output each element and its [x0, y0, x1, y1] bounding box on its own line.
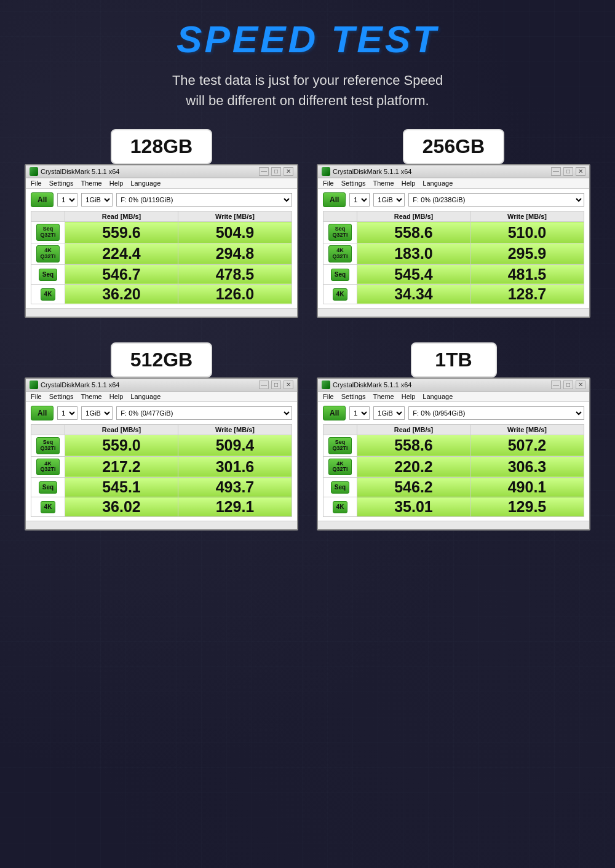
minimize-button[interactable]: —	[259, 381, 269, 389]
close-button[interactable]: ✕	[576, 167, 585, 176]
menu-item[interactable]: File	[31, 393, 42, 400]
benchmark-item-512gb: 512GB CrystalDiskMark 5.1.1 x64 — □ ✕ Fi…	[25, 342, 298, 531]
cdm-body: All 1 1GiB F: 0% (0/238GiB)	[318, 189, 589, 308]
menu-item[interactable]: Settings	[341, 180, 366, 187]
menu-item[interactable]: Theme	[373, 180, 394, 187]
menu-item[interactable]: Theme	[81, 393, 101, 400]
table-row: 4KQ32TI 224.4 294.8	[31, 243, 292, 264]
drive-select[interactable]: F: 0% (0/119GiB)	[116, 193, 292, 207]
results-table: Read [MB/s] Write [MB/s] SeqQ32TI 558.6 …	[323, 424, 584, 518]
menu-item[interactable]: Settings	[341, 393, 366, 400]
subtitle: The test data is just for your reference…	[25, 70, 590, 111]
count-select[interactable]: 1	[349, 406, 370, 420]
all-button[interactable]: All	[31, 406, 54, 420]
table-row: Seq 545.1 493.7	[31, 478, 292, 497]
drive-select[interactable]: F: 0% (0/477GiB)	[116, 406, 292, 420]
count-select[interactable]: 1	[349, 193, 370, 207]
app-icon	[322, 381, 330, 389]
menu-item[interactable]: Help	[109, 393, 124, 400]
empty-header	[323, 424, 357, 435]
status-bar	[26, 521, 297, 529]
count-select[interactable]: 1	[57, 193, 77, 207]
table-header-row: Read [MB/s] Write [MB/s]	[323, 424, 584, 435]
menu-item[interactable]: File	[323, 393, 334, 400]
close-button[interactable]: ✕	[284, 381, 293, 389]
results-table: Read [MB/s] Write [MB/s] SeqQ32TI 559.6 …	[31, 211, 292, 304]
capacity-label: 256GB	[403, 129, 504, 164]
status-bar	[318, 308, 589, 317]
empty-header	[323, 211, 357, 222]
table-row: Seq 546.2 490.1	[323, 478, 584, 497]
app-title: CrystalDiskMark 5.1.1 x64	[41, 381, 119, 389]
titlebar: CrystalDiskMark 5.1.1 x64 — □ ✕	[26, 379, 297, 392]
window-controls[interactable]: — □ ✕	[259, 381, 293, 389]
maximize-button[interactable]: □	[271, 167, 281, 176]
window-controls[interactable]: — □ ✕	[551, 167, 585, 176]
write-header: Write [MB/s]	[470, 211, 584, 222]
write-header: Write [MB/s]	[178, 211, 292, 222]
maximize-button[interactable]: □	[563, 381, 573, 389]
all-button[interactable]: All	[323, 406, 346, 420]
menu-item[interactable]: Language	[130, 180, 161, 187]
table-row: Seq 546.7 478.5	[31, 264, 292, 284]
read-header: Read [MB/s]	[65, 211, 178, 222]
toolbar: All 1 1GiB F: 0% (0/477GiB)	[31, 406, 292, 420]
page-title: SPEED TEST	[25, 18, 590, 60]
menu-item[interactable]: Help	[402, 393, 416, 400]
cdm-window: CrystalDiskMark 5.1.1 x64 — □ ✕ FileSett…	[317, 164, 590, 318]
close-button[interactable]: ✕	[284, 167, 293, 176]
read-header: Read [MB/s]	[357, 211, 470, 222]
read-header: Read [MB/s]	[65, 424, 178, 435]
size-select[interactable]: 1GiB	[373, 193, 405, 207]
toolbar: All 1 1GiB F: 0% (0/119GiB)	[31, 192, 292, 207]
menu-item[interactable]: Settings	[49, 180, 74, 187]
menu-item[interactable]: Language	[130, 393, 161, 400]
benchmark-item-256gb: 256GB CrystalDiskMark 5.1.1 x64 — □ ✕ Fi…	[317, 129, 590, 318]
maximize-button[interactable]: □	[563, 167, 573, 176]
minimize-button[interactable]: —	[551, 381, 561, 389]
menu-item[interactable]: Help	[109, 180, 124, 187]
capacity-label: 512GB	[111, 342, 212, 377]
status-bar	[318, 521, 589, 529]
menu-item[interactable]: File	[323, 180, 334, 187]
menu-item[interactable]: Language	[423, 393, 453, 400]
menu-item[interactable]: Help	[402, 180, 416, 187]
close-button[interactable]: ✕	[576, 381, 585, 389]
count-select[interactable]: 1	[57, 406, 77, 420]
app-icon	[322, 167, 330, 176]
empty-header	[31, 424, 65, 435]
results-table: Read [MB/s] Write [MB/s] SeqQ32TI 559.0 …	[31, 424, 292, 518]
write-header: Write [MB/s]	[470, 424, 584, 435]
menubar: FileSettingsThemeHelpLanguage	[26, 392, 297, 402]
titlebar: CrystalDiskMark 5.1.1 x64 — □ ✕	[318, 165, 589, 178]
maximize-button[interactable]: □	[271, 381, 281, 389]
titlebar: CrystalDiskMark 5.1.1 x64 — □ ✕	[26, 165, 297, 178]
table-header-row: Read [MB/s] Write [MB/s]	[31, 211, 292, 222]
menu-item[interactable]: Settings	[49, 393, 74, 400]
all-button[interactable]: All	[31, 192, 54, 207]
app-title: CrystalDiskMark 5.1.1 x64	[333, 168, 411, 175]
minimize-button[interactable]: —	[259, 167, 269, 176]
table-row: 4K 36.20 126.0	[31, 284, 292, 304]
app-icon	[30, 167, 38, 176]
cdm-body: All 1 1GiB F: 0% (0/119GiB)	[26, 189, 297, 308]
drive-select[interactable]: F: 0% (0/238GiB)	[408, 193, 584, 207]
window-controls[interactable]: — □ ✕	[551, 381, 585, 389]
menu-item[interactable]: Theme	[81, 180, 101, 187]
table-header-row: Read [MB/s] Write [MB/s]	[323, 211, 584, 222]
menu-item[interactable]: File	[31, 180, 42, 187]
table-row: 4K 36.02 129.1	[31, 497, 292, 517]
all-button[interactable]: All	[323, 192, 346, 207]
menu-item[interactable]: Language	[423, 180, 453, 187]
menubar: FileSettingsThemeHelpLanguage	[26, 178, 297, 189]
menu-item[interactable]: Theme	[373, 393, 394, 400]
window-controls[interactable]: — □ ✕	[259, 167, 293, 176]
drive-select[interactable]: F: 0% (0/954GiB)	[408, 406, 584, 420]
benchmarks-grid: 128GB CrystalDiskMark 5.1.1 x64 — □ ✕ Fi…	[25, 129, 590, 531]
header-section: SPEED TEST The test data is just for you…	[25, 18, 590, 111]
write-header: Write [MB/s]	[178, 424, 292, 435]
size-select[interactable]: 1GiB	[81, 406, 113, 420]
size-select[interactable]: 1GiB	[373, 406, 405, 420]
minimize-button[interactable]: —	[551, 167, 561, 176]
size-select[interactable]: 1GiB	[81, 193, 113, 207]
